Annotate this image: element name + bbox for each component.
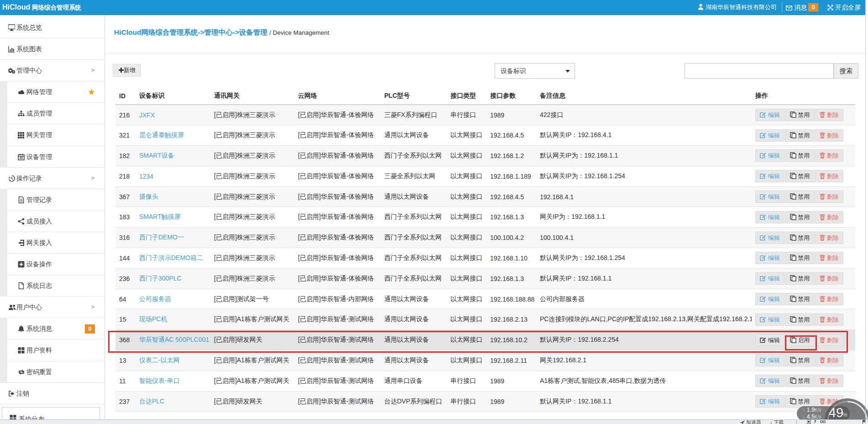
svg-text:%: % [842, 412, 847, 418]
svg-text:49: 49 [829, 405, 843, 420]
